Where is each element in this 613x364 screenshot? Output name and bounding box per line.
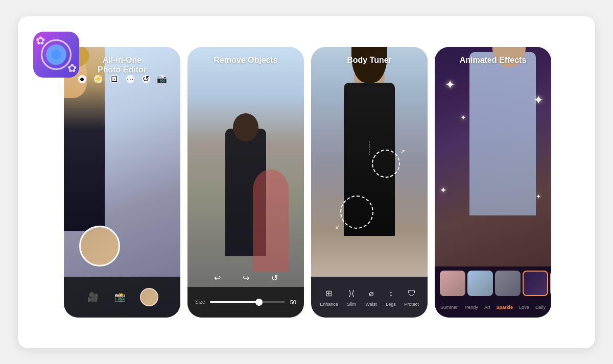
screen1-camera-icon[interactable]: 📸 (113, 290, 127, 304)
screen1-video-icon[interactable]: 🎥 (86, 290, 100, 304)
screen3-waist-icon: ⌀ (365, 287, 378, 300)
screen2-person-head (233, 113, 258, 141)
screen1-toolbar: ● ⚡ ⊡ ··· ↺ 📷 (64, 75, 180, 83)
screen3-circle-tool-hip[interactable]: ↙ (340, 196, 373, 229)
screen1-title-line1: All-in-One (64, 55, 180, 65)
screen3-tool-protect[interactable]: 🛡 Protect (404, 287, 419, 307)
screen1-header: All-in-One Photo Editor (64, 55, 180, 75)
screen2-slider-thumb[interactable] (255, 299, 263, 306)
screen4-thumb-love[interactable] (550, 271, 551, 296)
screen2-action-bar: ↩ ↪ ↺ (187, 269, 304, 287)
screen3-enhance-icon: ⊞ (323, 287, 335, 300)
screen2-slider-fill (210, 301, 258, 303)
sparkle-icon-4: ✦ (440, 185, 446, 195)
screen3-legs-label: Legs (386, 302, 396, 307)
screen1-all-in-one: All-in-One Photo Editor ● ⚡ ⊡ ··· ↺ 📷 🎥 … (64, 47, 180, 318)
screen2-slider-value: 50 (290, 299, 296, 305)
screen4-tab-love[interactable]: Love (519, 305, 529, 310)
screen4-tabs: Summer Trendy Art Sparkle Love Daily (435, 297, 551, 318)
flower-decoration-br: ✿ (67, 62, 77, 75)
screen3-circle-tool-waist[interactable]: ↗ (372, 150, 400, 178)
screen2-title: Remove Objects (187, 55, 304, 65)
screen4-bottom-bar: Summer Trendy Art Sparkle Love Daily (435, 266, 551, 318)
screen4-tab-art[interactable]: Art (484, 305, 490, 310)
screen2-slider[interactable] (210, 301, 285, 303)
screen4-tab-sparkle[interactable]: Sparkle (497, 305, 513, 310)
screen4-animated-effects: ✦ ✦ ✦ ✦ ✦ Animated Effects (435, 47, 551, 318)
screen4-thumb-art[interactable] (495, 271, 521, 296)
sparkle-icon-5: ✦ (536, 193, 541, 200)
screen3-tool-slim[interactable]: ⟩⟨ Slim (345, 287, 358, 307)
screen2-reset-icon[interactable]: ↺ (271, 273, 278, 283)
screen3-slim-label: Slim (347, 302, 356, 307)
screen1-toolbar-lightning[interactable]: ⚡ (94, 75, 102, 83)
screen3-protect-icon: 🛡 (406, 287, 418, 300)
screen4-background: ✦ ✦ ✦ ✦ ✦ (435, 47, 551, 266)
screen1-toolbar-dots[interactable]: ··· (126, 75, 134, 83)
screen1-toolbar-camera[interactable]: 📷 (158, 75, 166, 83)
screen4-title: Animated Effects (435, 55, 551, 65)
screen4-tab-daily[interactable]: Daily (535, 305, 546, 310)
screen3-background (311, 47, 428, 277)
screen3-protect-label: Protect (404, 302, 419, 307)
app-icon[interactable]: ✿ ✿ (33, 32, 79, 78)
screen3-arrow2: ↙ (335, 223, 340, 230)
screen1-avatar[interactable] (140, 288, 158, 306)
screen2-size-label: Size (195, 299, 205, 305)
screen4-thumb-trendy[interactable] (467, 271, 493, 296)
screen4-tab-trendy[interactable]: Trendy (464, 305, 478, 310)
screen1-bottom-bar: 🎥 📸 (64, 277, 180, 318)
sparkle-icon-2: ✦ (533, 93, 544, 107)
screen2-undo-icon[interactable]: ↩ (214, 273, 221, 283)
screen4-thumb-sparkle[interactable] (523, 271, 548, 296)
sparkle-icon-1: ✦ (445, 78, 455, 92)
screen3-dashed-line (369, 141, 370, 155)
screen3-header: Body Tuner (311, 55, 428, 65)
sparkle-icon-3: ✦ (460, 113, 466, 122)
screen3-waist-label: Waist (365, 302, 376, 307)
screen4-header: Animated Effects (435, 55, 551, 65)
screen1-toolbar-circle[interactable]: ● (78, 75, 86, 83)
screen2-redo-icon[interactable]: ↪ (243, 273, 249, 283)
screen3-slim-icon: ⟩⟨ (345, 287, 358, 300)
screen2-remove-objects: Remove Objects ↩ ↪ ↺ Size 50 (187, 47, 304, 318)
screen1-title-line2: Photo Editor (64, 65, 180, 75)
screen2-background (187, 47, 304, 287)
screen4-tab-summer[interactable]: Summer (440, 305, 458, 310)
screen3-tool-waist[interactable]: ⌀ Waist (365, 287, 378, 307)
screen3-legs-icon: ↕ (385, 287, 397, 300)
screen4-thumb-summer[interactable] (440, 271, 465, 296)
screen3-tool-enhance[interactable]: ⊞ Enhance (320, 287, 338, 307)
screen3-arrow1: ↗ (400, 148, 405, 155)
screen3-enhance-label: Enhance (320, 302, 338, 307)
screen3-body-tuner: Body Tuner ↗ ↙ ⊞ Enhance ⟩⟨ Slim (311, 47, 428, 318)
screen2-bottom-bar: Size 50 (187, 287, 304, 318)
screen3-title: Body Tuner (311, 55, 428, 65)
screen1-toolbar-undo[interactable]: ↺ (142, 75, 150, 83)
screen2-ghost-figure (253, 169, 289, 272)
screen2-header: Remove Objects (187, 55, 304, 65)
screen3-tool-legs[interactable]: ↕ Legs (385, 287, 397, 307)
main-container: ✿ ✿ All-in-One Photo Editor ● (18, 16, 595, 348)
app-icon-inner (41, 39, 72, 70)
screen1-toolbar-crop[interactable]: ⊡ (110, 75, 118, 83)
screen4-thumbnails (435, 266, 551, 297)
screen1-circle-inset (79, 226, 120, 266)
screen4-person-body (469, 52, 536, 215)
screens-container: All-in-One Photo Editor ● ⚡ ⊡ ··· ↺ 📷 🎥 … (64, 47, 580, 318)
screen3-bottom-bar: ⊞ Enhance ⟩⟨ Slim ⌀ Waist ↕ Legs 🛡 Pr (311, 277, 428, 318)
